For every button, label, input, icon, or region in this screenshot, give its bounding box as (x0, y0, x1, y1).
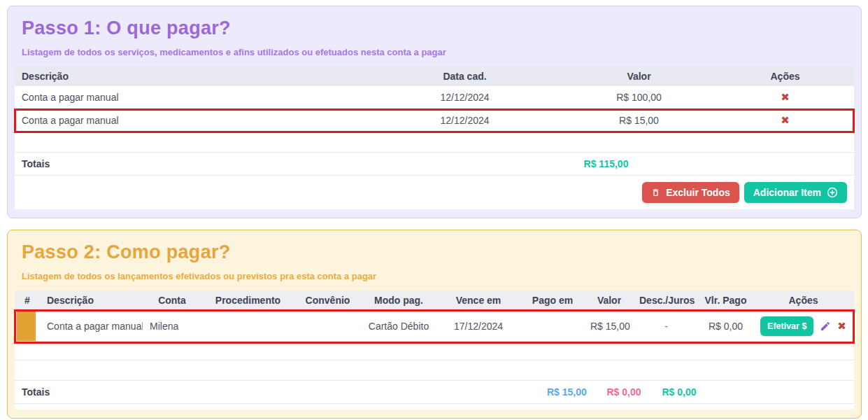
cell-valor: R$ 100,00 (562, 86, 716, 109)
totals-empty-cell (702, 381, 854, 404)
totals-empty-cell (678, 153, 854, 176)
delete-item-icon[interactable]: ✖ (781, 92, 790, 103)
cell-acoes: Efetivar $ ✖ (753, 310, 854, 343)
adicionar-item-button[interactable]: Adicionar Item (744, 182, 847, 203)
delete-item-icon[interactable]: ✖ (781, 115, 790, 126)
col-header-descricao: Descrição (40, 290, 143, 310)
lancamentos-header-row: # Descrição Conta Procedimento Convênio … (15, 290, 854, 310)
plus-circle-icon (827, 187, 838, 198)
cell-vlr-pago: R$ 0,00 (699, 310, 753, 343)
cell-convenio (294, 310, 361, 343)
panel1-title: Passo 1: O que pagar? (22, 18, 847, 39)
cell-pago-em (520, 310, 585, 343)
cell-data-cad: 12/12/2024 (368, 86, 562, 109)
cell-desc-juros: - (634, 310, 699, 343)
cell-conta: Milena (143, 310, 201, 343)
totals-desc-juros: R$ 0,00 (592, 381, 656, 404)
panel2-title: Passo 2: Como pagar? (22, 241, 847, 263)
lancamentos-totals-table: Totais R$ 15,00 R$ 0,00 R$ 0,00 (15, 381, 854, 404)
delete-lancamento-icon[interactable]: ✖ (837, 321, 846, 332)
col-header-convenio: Convênio (294, 290, 361, 310)
cell-procedimento (201, 310, 294, 343)
totals-vlr-pago: R$ 0,00 (656, 381, 702, 404)
totals-row: Totais R$ 15,00 R$ 0,00 R$ 0,00 (15, 381, 854, 404)
status-color-block (17, 312, 36, 341)
lancamento-row-highlighted: Conta a pagar manual Milena Cartão Débit… (15, 310, 854, 343)
totals-valor: R$ 15,00 (541, 381, 592, 404)
col-header-vlr-pago: Vlr. Pago (699, 290, 753, 310)
col-header-conta: Conta (143, 290, 201, 310)
cell-valor: R$ 15,00 (585, 310, 634, 343)
itens-totals-table: Totais R$ 115,00 (15, 153, 854, 176)
col-header-data-cad: Data cad. (368, 66, 562, 86)
totals-valor: R$ 115,00 (534, 153, 678, 176)
empty-row (15, 360, 854, 381)
itens-table: Descrição Data cad. Valor Ações Conta a … (15, 66, 854, 153)
empty-row (15, 132, 854, 153)
cell-acoes: ✖ (716, 86, 854, 109)
col-header-descricao: Descrição (15, 66, 368, 86)
col-header-valor: Valor (562, 66, 716, 86)
efetivar-button[interactable]: Efetivar $ (760, 316, 813, 336)
panel-passo-2: Passo 2: Como pagar? Listagem de todos o… (7, 230, 862, 419)
excluir-todos-label: Excluir Todos (666, 187, 730, 198)
cell-vence-em: 17/12/2024 (436, 310, 520, 343)
col-header-acoes: Ações (753, 290, 854, 310)
cell-status (15, 310, 40, 343)
col-header-modo-pag: Modo pag. (361, 290, 436, 310)
panel2-table-container: # Descrição Conta Procedimento Convênio … (15, 290, 854, 410)
itens-table-header-row: Descrição Data cad. Valor Ações (15, 66, 854, 86)
cell-data-cad: 12/12/2024 (368, 109, 562, 132)
cell-acoes: ✖ (716, 109, 854, 132)
totals-row: Totais R$ 115,00 (15, 153, 854, 176)
edit-pencil-icon[interactable] (820, 321, 831, 332)
cell-descricao: Conta a pagar manual (15, 109, 368, 132)
panel-passo-1: Passo 1: O que pagar? Listagem de todos … (7, 6, 862, 218)
panel2-subtitle: Listagem de todos os lançamentos efetiva… (22, 271, 847, 281)
cell-descricao: Conta a pagar manual (15, 86, 368, 109)
panel1-subtitle: Listagem de todos os serviços, medicamen… (22, 47, 847, 57)
table-row-highlighted: Conta a pagar manual 12/12/2024 R$ 15,00… (15, 109, 854, 132)
cell-descricao: Conta a pagar manual (40, 310, 143, 343)
empty-row (15, 343, 854, 360)
excluir-todos-button[interactable]: Excluir Todos (642, 182, 739, 203)
adicionar-item-label: Adicionar Item (753, 187, 821, 198)
col-header-pago-em: Pago em (520, 290, 585, 310)
cell-modo-pag: Cartão Débito (361, 310, 436, 343)
totals-label: Totais (15, 381, 541, 404)
cell-valor: R$ 15,00 (562, 109, 716, 132)
totals-label: Totais (15, 153, 534, 176)
panel1-actions-bar: Excluir Todos Adicionar Item (15, 176, 854, 209)
table-row: Conta a pagar manual 12/12/2024 R$ 100,0… (15, 86, 854, 109)
col-header-procedimento: Procedimento (201, 290, 294, 310)
page: Passo 1: O que pagar? Listagem de todos … (0, 0, 868, 419)
col-header-valor: Valor (585, 290, 634, 310)
col-header-acoes: Ações (716, 66, 854, 86)
trash-icon (651, 188, 660, 197)
col-header-numero: # (15, 290, 40, 310)
lancamentos-table: # Descrição Conta Procedimento Convênio … (15, 290, 854, 381)
col-header-vence-em: Vence em (436, 290, 520, 310)
panel1-table-container: Descrição Data cad. Valor Ações Conta a … (15, 66, 854, 209)
col-header-desc-juros: Desc./Juros (634, 290, 699, 310)
